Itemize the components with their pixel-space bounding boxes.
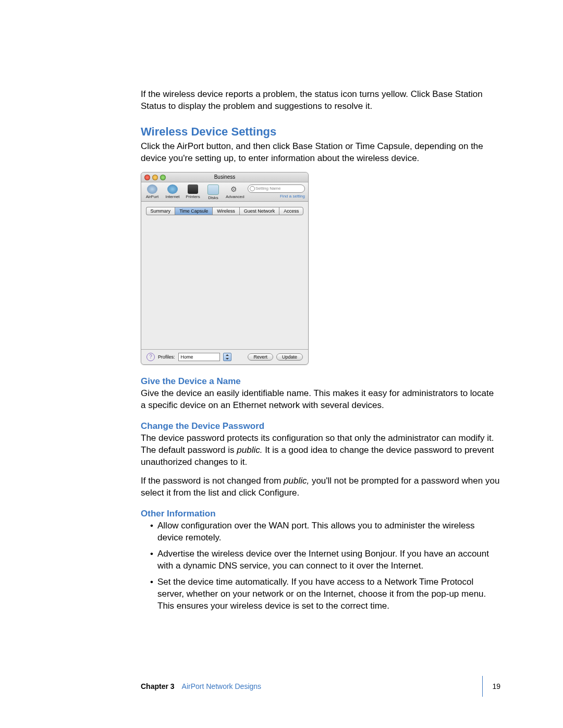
wireless-paragraph: Click the AirPort button, and then click…	[141, 141, 500, 165]
options-button[interactable]: Options…	[209, 330, 241, 337]
toolbar-printers[interactable]: Printers	[185, 184, 201, 199]
bottom-bar: ? Profiles: Home Revert Update	[141, 349, 308, 364]
update-button[interactable]: Update	[276, 353, 303, 361]
set-time-checkbox[interactable]	[158, 289, 164, 295]
password-field[interactable]: ••••••	[218, 248, 286, 256]
zoom-icon[interactable]	[160, 175, 166, 180]
time-server-dropdown[interactable]	[289, 288, 297, 296]
page-footer: Chapter 3 AirPort Network Designs 19	[0, 676, 563, 697]
password-label: Time Capsule Password:	[152, 249, 215, 254]
allow-wan-label: Allow setup over WAN	[171, 310, 217, 315]
tab-wireless[interactable]: Wireless	[212, 207, 239, 215]
list-item: Set the device time automatically. If yo…	[150, 576, 500, 612]
chapter-label: Chapter 3	[141, 682, 175, 690]
wireless-device-settings-heading: Wireless Device Settings	[141, 125, 500, 139]
gear-icon: ⚙	[228, 184, 239, 194]
window-titlebar: Business	[141, 172, 308, 182]
toolbar-disks[interactable]: Disks	[205, 184, 221, 200]
verify-field[interactable]: ••••••	[218, 258, 297, 267]
page-number: 19	[482, 676, 500, 697]
timezone-dropdown[interactable]	[289, 299, 297, 307]
remember-checkbox[interactable]	[218, 272, 223, 278]
remember-label: Remember this password in my keychain	[228, 269, 297, 280]
other-info-heading: Other Information	[141, 509, 500, 519]
list-item: Advertise the wireless device over the I…	[150, 548, 500, 572]
name-label: Time Capsule Name:	[152, 226, 215, 231]
give-name-paragraph: Give the device an easily identifiable n…	[141, 388, 500, 412]
change-password-heading: Change the Device Password	[141, 421, 500, 431]
airport-icon	[147, 184, 157, 194]
tabs: Summary Time Capsule Wireless Guest Netw…	[141, 207, 308, 215]
revert-button[interactable]: Revert	[248, 353, 273, 361]
search-input[interactable]: Setting Name	[248, 184, 305, 193]
chapter-title: AirPort Network Designs	[182, 682, 262, 690]
printer-icon	[188, 184, 198, 194]
toolbar-airport[interactable]: AirPort	[144, 184, 160, 199]
tab-guest-network[interactable]: Guest Network	[239, 207, 279, 215]
toolbar-internet[interactable]: Internet	[165, 184, 180, 199]
tab-time-capsule[interactable]: Time Capsule	[175, 207, 212, 215]
toolbar: AirPort Internet Printers Disks ⚙ Advanc…	[141, 182, 308, 202]
allow-bonjour-checkbox[interactable]	[170, 319, 176, 326]
change-password-paragraph-2: If the password is not changed from publ…	[141, 475, 500, 499]
list-item: Allow configuration over the WAN port. T…	[150, 520, 500, 544]
profiles-select[interactable]: Home	[178, 353, 220, 361]
name-field[interactable]: Business	[218, 225, 297, 233]
allow-wan-checkbox[interactable]	[162, 310, 168, 316]
help-icon[interactable]: ?	[146, 353, 155, 361]
globe-icon	[167, 184, 178, 194]
traffic-lights	[144, 175, 166, 180]
verify-label: Verify Password:	[152, 260, 215, 265]
intro-paragraph: If the wireless device reports a problem…	[141, 89, 500, 113]
give-name-heading: Give the Device a Name	[141, 376, 500, 387]
tab-summary[interactable]: Summary	[146, 207, 175, 215]
disk-icon	[207, 184, 219, 195]
hostname-label: Time-Capsule-fb922c.local	[218, 236, 266, 245]
change-password-paragraph-1: The device password protects its configu…	[141, 433, 500, 468]
profiles-label: Profiles:	[158, 354, 175, 360]
airport-utility-window: Business AirPort Internet Printers Disks…	[141, 172, 309, 365]
time-server-field[interactable]: time.apple.com	[218, 288, 286, 296]
settings-pane: Time Capsule Name: Business Time-Capsule…	[146, 215, 303, 344]
profiles-dropdown[interactable]	[223, 353, 231, 361]
key-icon[interactable]: ⚿	[289, 248, 297, 256]
minimize-icon[interactable]	[152, 175, 158, 180]
timezone-label: Time Zone:	[152, 300, 215, 305]
tab-access[interactable]: Access	[279, 207, 303, 215]
allow-bonjour-label: Allow setup over the Internet using Bonj…	[179, 319, 269, 325]
toolbar-advanced[interactable]: ⚙ Advanced	[226, 184, 241, 199]
edit-button[interactable]: Edit…	[273, 237, 297, 244]
window-title: Business	[214, 174, 236, 180]
close-icon[interactable]	[144, 175, 150, 180]
find-setting-label: Find a setting	[248, 194, 305, 199]
other-info-list: Allow configuration over the WAN port. T…	[141, 520, 500, 612]
timezone-field[interactable]: US/Pacific	[218, 299, 286, 307]
set-time-label: Set time automatically:	[167, 289, 215, 294]
